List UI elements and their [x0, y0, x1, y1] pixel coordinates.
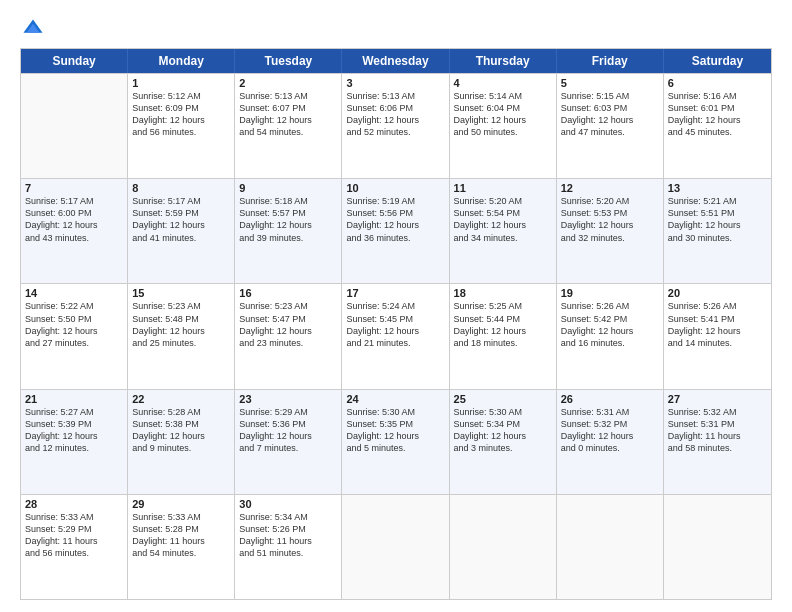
day-cell-11: 11Sunrise: 5:20 AMSunset: 5:54 PMDayligh… [450, 179, 557, 283]
day-info: Sunrise: 5:23 AMSunset: 5:48 PMDaylight:… [132, 300, 230, 349]
day-number: 26 [561, 393, 659, 405]
empty-cell-4-5 [557, 495, 664, 599]
day-info: Sunrise: 5:30 AMSunset: 5:34 PMDaylight:… [454, 406, 552, 455]
day-info: Sunrise: 5:23 AMSunset: 5:47 PMDaylight:… [239, 300, 337, 349]
day-number: 3 [346, 77, 444, 89]
day-info: Sunrise: 5:20 AMSunset: 5:54 PMDaylight:… [454, 195, 552, 244]
day-number: 24 [346, 393, 444, 405]
day-info: Sunrise: 5:16 AMSunset: 6:01 PMDaylight:… [668, 90, 767, 139]
day-number: 10 [346, 182, 444, 194]
day-cell-23: 23Sunrise: 5:29 AMSunset: 5:36 PMDayligh… [235, 390, 342, 494]
weekday-header-tuesday: Tuesday [235, 49, 342, 73]
logo [20, 18, 46, 40]
day-cell-10: 10Sunrise: 5:19 AMSunset: 5:56 PMDayligh… [342, 179, 449, 283]
day-number: 28 [25, 498, 123, 510]
calendar-row-2: 14Sunrise: 5:22 AMSunset: 5:50 PMDayligh… [21, 283, 771, 388]
day-info: Sunrise: 5:19 AMSunset: 5:56 PMDaylight:… [346, 195, 444, 244]
day-info: Sunrise: 5:17 AMSunset: 5:59 PMDaylight:… [132, 195, 230, 244]
weekday-header-wednesday: Wednesday [342, 49, 449, 73]
day-info: Sunrise: 5:34 AMSunset: 5:26 PMDaylight:… [239, 511, 337, 560]
day-number: 23 [239, 393, 337, 405]
day-number: 21 [25, 393, 123, 405]
day-number: 30 [239, 498, 337, 510]
page: SundayMondayTuesdayWednesdayThursdayFrid… [0, 0, 792, 612]
day-info: Sunrise: 5:13 AMSunset: 6:07 PMDaylight:… [239, 90, 337, 139]
day-cell-24: 24Sunrise: 5:30 AMSunset: 5:35 PMDayligh… [342, 390, 449, 494]
day-number: 16 [239, 287, 337, 299]
day-number: 14 [25, 287, 123, 299]
day-info: Sunrise: 5:33 AMSunset: 5:28 PMDaylight:… [132, 511, 230, 560]
day-number: 12 [561, 182, 659, 194]
day-info: Sunrise: 5:29 AMSunset: 5:36 PMDaylight:… [239, 406, 337, 455]
day-number: 9 [239, 182, 337, 194]
day-info: Sunrise: 5:28 AMSunset: 5:38 PMDaylight:… [132, 406, 230, 455]
day-number: 15 [132, 287, 230, 299]
calendar-row-0: 1Sunrise: 5:12 AMSunset: 6:09 PMDaylight… [21, 73, 771, 178]
day-info: Sunrise: 5:27 AMSunset: 5:39 PMDaylight:… [25, 406, 123, 455]
day-cell-21: 21Sunrise: 5:27 AMSunset: 5:39 PMDayligh… [21, 390, 128, 494]
day-number: 4 [454, 77, 552, 89]
weekday-header-monday: Monday [128, 49, 235, 73]
day-info: Sunrise: 5:31 AMSunset: 5:32 PMDaylight:… [561, 406, 659, 455]
day-number: 19 [561, 287, 659, 299]
day-cell-25: 25Sunrise: 5:30 AMSunset: 5:34 PMDayligh… [450, 390, 557, 494]
calendar-body: 1Sunrise: 5:12 AMSunset: 6:09 PMDaylight… [21, 73, 771, 599]
day-cell-28: 28Sunrise: 5:33 AMSunset: 5:29 PMDayligh… [21, 495, 128, 599]
calendar-row-1: 7Sunrise: 5:17 AMSunset: 6:00 PMDaylight… [21, 178, 771, 283]
day-cell-19: 19Sunrise: 5:26 AMSunset: 5:42 PMDayligh… [557, 284, 664, 388]
day-cell-15: 15Sunrise: 5:23 AMSunset: 5:48 PMDayligh… [128, 284, 235, 388]
day-info: Sunrise: 5:21 AMSunset: 5:51 PMDaylight:… [668, 195, 767, 244]
day-number: 17 [346, 287, 444, 299]
calendar-header: SundayMondayTuesdayWednesdayThursdayFrid… [21, 49, 771, 73]
day-number: 1 [132, 77, 230, 89]
day-cell-26: 26Sunrise: 5:31 AMSunset: 5:32 PMDayligh… [557, 390, 664, 494]
day-cell-4: 4Sunrise: 5:14 AMSunset: 6:04 PMDaylight… [450, 74, 557, 178]
day-cell-13: 13Sunrise: 5:21 AMSunset: 5:51 PMDayligh… [664, 179, 771, 283]
day-cell-14: 14Sunrise: 5:22 AMSunset: 5:50 PMDayligh… [21, 284, 128, 388]
day-info: Sunrise: 5:18 AMSunset: 5:57 PMDaylight:… [239, 195, 337, 244]
empty-cell-0-0 [21, 74, 128, 178]
day-cell-30: 30Sunrise: 5:34 AMSunset: 5:26 PMDayligh… [235, 495, 342, 599]
logo-icon [22, 18, 44, 40]
day-info: Sunrise: 5:33 AMSunset: 5:29 PMDaylight:… [25, 511, 123, 560]
day-cell-3: 3Sunrise: 5:13 AMSunset: 6:06 PMDaylight… [342, 74, 449, 178]
day-info: Sunrise: 5:26 AMSunset: 5:42 PMDaylight:… [561, 300, 659, 349]
empty-cell-4-4 [450, 495, 557, 599]
day-info: Sunrise: 5:14 AMSunset: 6:04 PMDaylight:… [454, 90, 552, 139]
empty-cell-4-3 [342, 495, 449, 599]
day-number: 13 [668, 182, 767, 194]
day-info: Sunrise: 5:32 AMSunset: 5:31 PMDaylight:… [668, 406, 767, 455]
day-number: 20 [668, 287, 767, 299]
day-info: Sunrise: 5:17 AMSunset: 6:00 PMDaylight:… [25, 195, 123, 244]
day-cell-18: 18Sunrise: 5:25 AMSunset: 5:44 PMDayligh… [450, 284, 557, 388]
day-info: Sunrise: 5:26 AMSunset: 5:41 PMDaylight:… [668, 300, 767, 349]
calendar: SundayMondayTuesdayWednesdayThursdayFrid… [20, 48, 772, 600]
day-number: 2 [239, 77, 337, 89]
weekday-header-saturday: Saturday [664, 49, 771, 73]
day-number: 7 [25, 182, 123, 194]
day-number: 11 [454, 182, 552, 194]
day-info: Sunrise: 5:20 AMSunset: 5:53 PMDaylight:… [561, 195, 659, 244]
day-cell-7: 7Sunrise: 5:17 AMSunset: 6:00 PMDaylight… [21, 179, 128, 283]
day-cell-1: 1Sunrise: 5:12 AMSunset: 6:09 PMDaylight… [128, 74, 235, 178]
weekday-header-friday: Friday [557, 49, 664, 73]
day-info: Sunrise: 5:24 AMSunset: 5:45 PMDaylight:… [346, 300, 444, 349]
day-cell-27: 27Sunrise: 5:32 AMSunset: 5:31 PMDayligh… [664, 390, 771, 494]
day-info: Sunrise: 5:15 AMSunset: 6:03 PMDaylight:… [561, 90, 659, 139]
day-number: 5 [561, 77, 659, 89]
day-cell-2: 2Sunrise: 5:13 AMSunset: 6:07 PMDaylight… [235, 74, 342, 178]
day-cell-20: 20Sunrise: 5:26 AMSunset: 5:41 PMDayligh… [664, 284, 771, 388]
day-cell-9: 9Sunrise: 5:18 AMSunset: 5:57 PMDaylight… [235, 179, 342, 283]
day-cell-5: 5Sunrise: 5:15 AMSunset: 6:03 PMDaylight… [557, 74, 664, 178]
day-cell-8: 8Sunrise: 5:17 AMSunset: 5:59 PMDaylight… [128, 179, 235, 283]
day-number: 22 [132, 393, 230, 405]
day-number: 6 [668, 77, 767, 89]
calendar-row-4: 28Sunrise: 5:33 AMSunset: 5:29 PMDayligh… [21, 494, 771, 599]
day-info: Sunrise: 5:25 AMSunset: 5:44 PMDaylight:… [454, 300, 552, 349]
empty-cell-4-6 [664, 495, 771, 599]
day-cell-12: 12Sunrise: 5:20 AMSunset: 5:53 PMDayligh… [557, 179, 664, 283]
day-number: 29 [132, 498, 230, 510]
day-info: Sunrise: 5:13 AMSunset: 6:06 PMDaylight:… [346, 90, 444, 139]
weekday-header-sunday: Sunday [21, 49, 128, 73]
day-info: Sunrise: 5:12 AMSunset: 6:09 PMDaylight:… [132, 90, 230, 139]
